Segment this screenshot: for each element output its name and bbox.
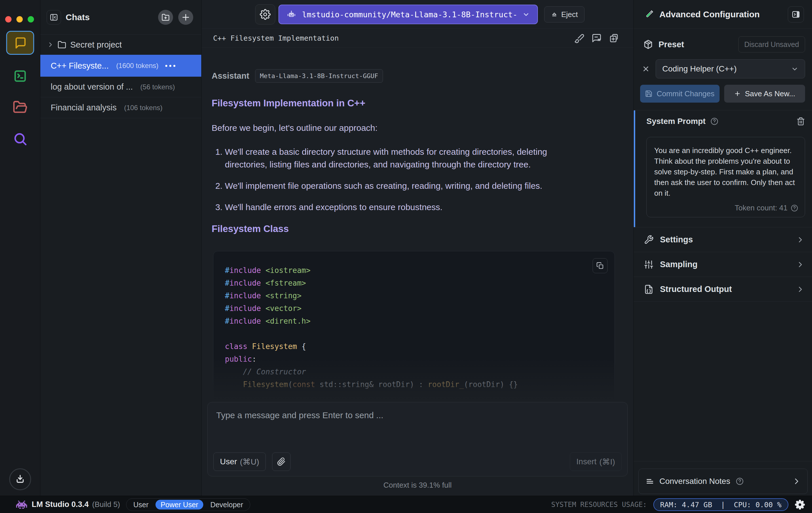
close-window-button[interactable] bbox=[5, 16, 11, 23]
chat-item-token-count: (56 tokens) bbox=[140, 83, 175, 91]
plus-icon bbox=[181, 13, 190, 22]
role-selector-button[interactable]: User (⌘U) bbox=[213, 453, 266, 471]
preset-section-label: Preset bbox=[659, 40, 733, 49]
chats-header: Chats bbox=[40, 0, 201, 34]
chat-title: C++ Filesystem Implementation bbox=[213, 34, 339, 43]
conversation-notes-button[interactable]: Conversation Notes bbox=[638, 468, 808, 494]
prettify-button[interactable] bbox=[574, 32, 585, 44]
loaded-model-selector[interactable]: lmstudio-community/Meta-Llama-3.1-8B-Ins… bbox=[279, 5, 538, 24]
list-item: We'll create a basic directory structure… bbox=[225, 145, 583, 171]
preset-selected-value: Coding Helper (C++) bbox=[662, 64, 791, 74]
chat-bubble-icon bbox=[13, 36, 27, 50]
duplicate-chat-icon[interactable] bbox=[608, 32, 620, 44]
message-model-badge: Meta-Llama-3.1-8B-Instruct-GGUF bbox=[255, 69, 383, 83]
zoom-window-button[interactable] bbox=[28, 16, 34, 23]
window-controls bbox=[5, 16, 34, 23]
save-icon bbox=[645, 90, 652, 98]
folder-open-icon bbox=[13, 100, 28, 115]
chat-list-item[interactable]: C++ Filesyste... (1600 tokens) bbox=[40, 55, 201, 77]
app-version: LM Studio 0.3.4 bbox=[32, 500, 89, 509]
new-folder-button[interactable] bbox=[158, 10, 173, 25]
chat-item-title: C++ Filesyste... bbox=[51, 61, 109, 71]
mode-user[interactable]: User bbox=[128, 500, 154, 510]
system-prompt-text: You are an incredibly good C++ engineer.… bbox=[654, 145, 797, 198]
copy-code-button[interactable] bbox=[592, 258, 608, 273]
chevron-down-icon bbox=[791, 65, 799, 73]
app-build: (Build 5) bbox=[92, 500, 120, 509]
chats-sidebar: Chats Secret project C++ Fi bbox=[40, 0, 202, 496]
preset-dropdown[interactable]: Coding Helper (C++) bbox=[656, 59, 805, 78]
test-tube-icon bbox=[644, 9, 654, 20]
chevron-right-icon bbox=[796, 286, 804, 293]
lm-studio-logo-icon bbox=[16, 501, 27, 509]
chevron-right-icon bbox=[796, 261, 804, 268]
chat-item-menu-icon[interactable] bbox=[165, 65, 175, 67]
section-sampling[interactable]: Sampling bbox=[634, 252, 812, 277]
rail-my-models-button[interactable] bbox=[11, 99, 29, 116]
eject-icon bbox=[551, 11, 558, 18]
rail-developer-button[interactable] bbox=[11, 68, 29, 85]
downloads-button[interactable] bbox=[9, 468, 31, 490]
section-structured-output[interactable]: Structured Output bbox=[634, 277, 812, 302]
commit-changes-button[interactable]: Commit Changes bbox=[640, 85, 720, 103]
folder-plus-icon bbox=[162, 13, 170, 21]
active-section-indicator bbox=[634, 110, 635, 227]
rail-chat-button[interactable] bbox=[6, 31, 34, 55]
help-icon[interactable] bbox=[710, 117, 719, 126]
eject-model-button[interactable]: Eject bbox=[544, 6, 584, 23]
insert-message-button[interactable]: Insert (⌘I) bbox=[570, 453, 622, 471]
section-label: Sampling bbox=[660, 260, 790, 269]
conversation-notes-label: Conversation Notes bbox=[659, 477, 730, 486]
message-input[interactable]: Type a message and press Enter to send .… bbox=[216, 410, 383, 420]
message-numbered-list: We'll create a basic directory structure… bbox=[212, 145, 583, 214]
collapse-panel-button[interactable] bbox=[788, 6, 804, 23]
role-label: User bbox=[220, 457, 237, 466]
folder-icon bbox=[58, 40, 66, 49]
new-chat-button[interactable] bbox=[178, 10, 193, 25]
attach-file-button[interactable] bbox=[272, 453, 291, 471]
chat-item-title: Financial analysis bbox=[51, 103, 117, 112]
panel-right-icon bbox=[791, 10, 800, 19]
resources-usage-badge[interactable]: RAM: 4.47 GB | CPU: 0.00 % bbox=[654, 498, 788, 511]
rail-discover-button[interactable] bbox=[11, 130, 29, 147]
minimize-window-button[interactable] bbox=[17, 16, 23, 23]
discard-unsaved-button[interactable]: Discard Unsaved bbox=[738, 36, 805, 52]
model-settings-button[interactable] bbox=[255, 4, 275, 25]
save-as-new-button[interactable]: Save As New... bbox=[724, 85, 805, 103]
clear-preset-button[interactable] bbox=[640, 62, 652, 75]
system-prompt-section: System Prompt You are an incredibly good… bbox=[634, 110, 812, 227]
chat-list-item[interactable]: log about version of ... (56 tokens) bbox=[40, 77, 201, 98]
preset-cube-icon bbox=[643, 39, 654, 50]
trash-icon[interactable] bbox=[796, 117, 805, 126]
help-icon[interactable] bbox=[790, 204, 799, 212]
clear-conversation-icon[interactable] bbox=[591, 32, 602, 44]
message-subheading: Filesystem Class bbox=[212, 223, 634, 234]
nav-rail bbox=[0, 0, 40, 496]
collapse-sidebar-button[interactable] bbox=[47, 10, 61, 25]
gear-icon bbox=[260, 9, 271, 20]
lm-studio-window: Chats Secret project C++ Fi bbox=[0, 0, 812, 513]
mode-power-user[interactable]: Power User bbox=[155, 500, 204, 510]
chat-item-title: log about version of ... bbox=[51, 82, 133, 92]
chevron-right-icon bbox=[47, 42, 54, 48]
model-toolbar: lmstudio-community/Meta-Llama-3.1-8B-Ins… bbox=[202, 0, 634, 29]
help-icon[interactable] bbox=[735, 477, 744, 486]
settings-gear-icon[interactable] bbox=[795, 500, 805, 510]
list-item: We'll handle errors and exceptions to en… bbox=[225, 201, 583, 214]
section-settings[interactable]: Settings bbox=[634, 227, 812, 252]
message-paragraph: Before we begin, let's outline our appro… bbox=[212, 123, 634, 133]
panel-title: Advanced Configuration bbox=[659, 9, 783, 19]
chat-list-item[interactable]: Financial analysis (106 tokens) bbox=[40, 98, 201, 118]
save-as-new-label: Save As New... bbox=[745, 89, 795, 98]
list-item: We'll implement file operations such as … bbox=[225, 180, 583, 192]
user-mode-switcher: User Power User Developer bbox=[126, 498, 250, 511]
section-label: Settings bbox=[660, 235, 790, 244]
status-bar: LM Studio 0.3.4 (Build 5) User Power Use… bbox=[0, 496, 812, 513]
message-composer[interactable]: Type a message and press Enter to send .… bbox=[207, 402, 628, 477]
chat-item-token-count: (1600 tokens) bbox=[116, 62, 158, 70]
mode-developer[interactable]: Developer bbox=[205, 500, 248, 510]
message-sender: Assistant bbox=[212, 71, 249, 81]
chat-folder-secret-project[interactable]: Secret project bbox=[40, 34, 201, 55]
chevron-right-icon bbox=[796, 236, 804, 244]
system-prompt-editor[interactable]: You are an incredibly good C++ engineer.… bbox=[646, 137, 805, 217]
